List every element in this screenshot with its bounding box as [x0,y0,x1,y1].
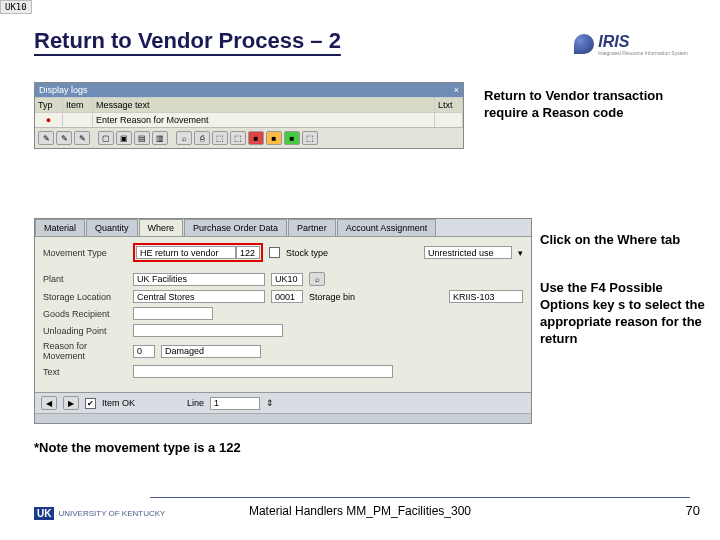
dropdown-icon[interactable]: ▾ [518,248,523,258]
lbl-goods: Goods Recipient [43,309,127,319]
toolbar-icon[interactable]: ▣ [116,131,132,145]
logo-sub: Integrated Resource Information System [598,51,688,57]
scrollbar[interactable] [35,413,531,423]
lbl-reason: Reason for Movement [43,341,127,361]
lbl-movement: Movement Type [43,248,127,258]
close-icon[interactable]: × [454,85,459,95]
toolbar-icon[interactable]: ■ [266,131,282,145]
annotation-where-tab: Click on the Where tab [540,232,700,249]
fld-plant[interactable]: UK Facilities [133,273,265,286]
footer-rule [150,497,690,498]
iris-logo: IRIS Integrated Resource Information Sys… [574,33,688,57]
lbl-sloc: Storage Location [43,292,127,302]
tab-quantity[interactable]: Quantity [86,219,138,236]
toolbar-icon[interactable]: ⬚ [212,131,228,145]
toolbar-icon[interactable]: ⎙ [194,131,210,145]
error-icon: ● [35,113,63,127]
toolbar-icon[interactable]: ▢ [98,131,114,145]
sap-detail-panel: Material Quantity Where Purchase Order D… [34,218,532,424]
fld-sloc-code[interactable]: 0001 [271,290,303,303]
tab-partner[interactable]: Partner [288,219,336,236]
window-title-text: Display logs [39,85,88,95]
tab-material[interactable]: Material [35,219,85,236]
highlight-movement-type: HE return to vendor 122 [133,243,263,262]
next-icon[interactable]: ▶ [63,396,79,410]
fld-bin[interactable]: KRIIS-103 [449,290,523,303]
fld-line[interactable]: 1 [210,397,260,410]
cell-item [63,113,93,127]
sap-log-window: Display logs × Typ Item Message text Ltx… [34,82,464,149]
fld-reason-code[interactable]: 0 [133,345,155,358]
log-toolbar: ✎ ✎ ✎ ▢ ▣ ▤ ▥ ⌕ ⎙ ⬚ ⬚ ■ ■ ■ ⬚ [35,127,463,148]
col-ltxt: Ltxt [435,98,463,112]
toolbar-icon[interactable]: ■ [284,131,300,145]
sap-log-title: Display logs × [35,83,463,97]
page-title: Return to Vendor Process – 2 [34,28,341,56]
footer-course: Material Handlers MM_PM_Facilities_300 [0,504,720,518]
note-movement-type: *Note the movement type is a 122 [34,440,241,455]
toolbar-icon[interactable]: ▥ [152,131,168,145]
search-help-icon[interactable]: ⌕ [309,272,325,286]
fld-movement-text[interactable]: HE return to vendor [136,246,236,259]
page-number: 70 [686,503,700,518]
stock-check[interactable] [269,247,280,258]
iris-icon [574,34,594,54]
toolbar-icon[interactable]: ■ [248,131,264,145]
fld-goods[interactable] [133,307,213,320]
top-chip: UK10 [0,0,32,14]
col-typ: Typ [35,98,63,112]
toolbar-icon[interactable]: ⌕ [176,131,192,145]
cell-ltxt [435,113,463,127]
lbl-unload: Unloading Point [43,326,127,336]
annotation-f4: Use the F4 Possible Options key s to sel… [540,280,710,348]
where-form: Movement Type HE return to vendor 122 St… [35,237,531,392]
cell-msg: Enter Reason for Movement [93,113,435,127]
fld-movement-code[interactable]: 122 [236,246,260,259]
fld-plant-code[interactable]: UK10 [271,273,303,286]
col-msg: Message text [93,98,435,112]
prev-icon[interactable]: ◀ [41,396,57,410]
toolbar-icon[interactable]: ▤ [134,131,150,145]
lbl-item-ok: Item OK [102,398,135,408]
tab-po-data[interactable]: Purchase Order Data [184,219,287,236]
fld-unload[interactable] [133,324,283,337]
item-ok-check[interactable]: ✔ [85,398,96,409]
toolbar-icon[interactable]: ✎ [38,131,54,145]
lbl-bin: Storage bin [309,292,355,302]
lbl-plant: Plant [43,274,127,284]
toolbar-icon[interactable]: ✎ [74,131,90,145]
tab-account[interactable]: Account Assignment [337,219,437,236]
logo-text: IRIS [598,33,629,50]
detail-footer: ◀ ▶ ✔ Item OK Line 1 ⇕ [35,392,531,413]
toolbar-icon[interactable]: ✎ [56,131,72,145]
fld-sloc[interactable]: Central Stores [133,290,265,303]
fld-stock-type[interactable]: Unrestricted use [424,246,512,259]
title-row: Return to Vendor Process – 2 IRIS Integr… [34,28,688,56]
lbl-stock: Stock type [286,248,328,258]
col-item: Item [63,98,93,112]
toolbar-icon[interactable]: ⬚ [230,131,246,145]
toolbar-icon[interactable]: ⬚ [302,131,318,145]
spin-icon[interactable]: ⇕ [266,398,274,408]
tab-bar: Material Quantity Where Purchase Order D… [35,219,531,237]
fld-reason-text[interactable]: Damaged [161,345,261,358]
fld-text[interactable] [133,365,393,378]
lbl-text: Text [43,367,127,377]
tab-where[interactable]: Where [139,219,184,236]
annotation-reason-code: Return to Vendor transaction require a R… [484,88,664,122]
lbl-line: Line [187,398,204,408]
